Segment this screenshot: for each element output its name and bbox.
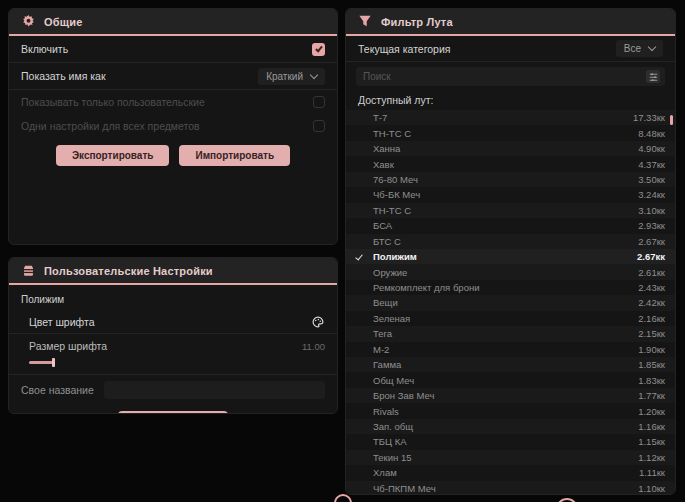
loot-item-name: Оружие xyxy=(373,267,407,278)
delete-button[interactable]: Удалить xyxy=(118,411,227,414)
import-button[interactable]: Импортировать xyxy=(179,145,290,166)
search-input[interactable]: Поиск xyxy=(356,67,665,86)
loot-item-row[interactable]: БТС С2.67кк xyxy=(346,234,675,249)
font-size-slider[interactable] xyxy=(29,358,325,367)
loot-item-name: Зеленая xyxy=(373,313,410,324)
loot-item-value: 2.67кк xyxy=(638,236,665,247)
loot-item-row[interactable]: 76-80 Меч3.50кк xyxy=(346,172,675,187)
loot-item-row[interactable]: Брон Зав Меч1.77кк xyxy=(346,388,675,403)
loot-panel-header: Фильтр Лута xyxy=(346,9,675,36)
font-color-label: Цвет шрифта xyxy=(29,316,95,328)
loot-item-name: Ремкомплект для брони xyxy=(373,282,479,293)
loot-item-row[interactable]: ТН-ТС С3.10кк xyxy=(346,203,675,218)
loot-item-row[interactable]: Оружие2.61кк xyxy=(346,264,675,279)
loot-filter-panel: Фильтр Лута Текущая категория Все Поиск … xyxy=(345,8,676,495)
custom-panel-header: Пользовательские Настройки xyxy=(9,258,337,285)
loot-item-name: ТН-ТС С xyxy=(373,128,411,139)
loot-item-value: 1.20кк xyxy=(638,406,665,417)
loot-item-name: Чб-ПКПМ Меч xyxy=(373,483,436,494)
loot-item-row[interactable]: Хлам1.11кк xyxy=(346,465,675,480)
loot-item-value: 1.16кк xyxy=(638,421,665,432)
only-custom-row: Показывать только пользовательские xyxy=(9,90,337,114)
category-row: Текущая категория Все xyxy=(346,36,675,62)
search-placeholder: Поиск xyxy=(363,71,646,82)
decorative-arc xyxy=(556,498,578,502)
check-icon xyxy=(355,252,363,260)
loot-item-name: Т-7 xyxy=(373,112,387,123)
search-settings-icon[interactable] xyxy=(646,70,660,83)
palette-icon[interactable] xyxy=(311,315,325,329)
loot-item-row[interactable]: Ремкомплект для брони2.43кк xyxy=(346,280,675,295)
same-settings-checkbox[interactable] xyxy=(313,120,325,132)
loot-item-value: 2.42кк xyxy=(638,297,665,308)
loot-panel-title: Фильтр Лута xyxy=(381,16,453,28)
general-panel-header: Общие xyxy=(9,9,337,36)
loot-item-value: 2.67кк xyxy=(637,251,665,262)
loot-item-name: БТС С xyxy=(373,236,401,247)
loot-item-name: 76-80 Меч xyxy=(373,174,418,185)
loot-list: Т-717.33ккТН-ТС С8.48ккХанна4.90ккХавк4.… xyxy=(346,110,675,495)
loot-item-row[interactable]: Зап. общ1.16кк xyxy=(346,419,675,434)
display-name-label: Показать имя как xyxy=(21,70,106,82)
loot-item-value: 2.16кк xyxy=(638,313,665,324)
loot-item-value: 1.85кк xyxy=(638,359,665,370)
loot-item-value: 1.83кк xyxy=(638,375,665,386)
loot-item-value: 4.90кк xyxy=(638,143,665,154)
loot-item-row[interactable]: ТН-ТС С8.48кк xyxy=(346,125,675,140)
scrollbar-thumb[interactable] xyxy=(670,115,673,125)
loot-item-value: 3.50кк xyxy=(638,174,665,185)
loot-item-value: 2.43кк xyxy=(638,282,665,293)
same-settings-row: Одни настройки для всех предметов xyxy=(9,114,337,137)
loot-item-row[interactable]: Тега2.15кк xyxy=(346,326,675,341)
loot-item-value: 1.11кк xyxy=(639,467,665,478)
loot-item-row[interactable]: М-21.90кк xyxy=(346,342,675,357)
custom-settings-panel: Пользовательские Настройки Полижим Цвет … xyxy=(8,257,338,414)
delete-row: Удалить xyxy=(9,411,337,414)
decorative-arc xyxy=(334,494,352,502)
loot-item-row[interactable]: Т-717.33кк xyxy=(346,110,675,125)
loot-item-value: 2.15кк xyxy=(638,328,665,339)
category-value: Все xyxy=(624,43,641,54)
loot-item-row[interactable]: Текин 151.12кк xyxy=(346,450,675,465)
loot-item-row[interactable]: Зеленая2.16кк xyxy=(346,311,675,326)
user-settings-icon xyxy=(21,264,35,278)
only-custom-label: Показывать только пользовательские xyxy=(21,96,205,108)
loot-item-row[interactable]: Вещи2.42кк xyxy=(346,295,675,310)
export-import-row: Экспортировать Импортировать xyxy=(9,145,337,166)
slider-handle[interactable] xyxy=(52,358,55,367)
check-icon xyxy=(315,44,323,52)
export-button[interactable]: Экспортировать xyxy=(56,145,170,166)
loot-item-name: Вещи xyxy=(373,297,398,308)
custom-name-label: Свое название xyxy=(21,384,94,396)
loot-item-row[interactable]: Общ Меч1.83кк xyxy=(346,372,675,387)
loot-item-row[interactable]: БСА2.93кк xyxy=(346,218,675,233)
only-custom-checkbox[interactable] xyxy=(313,96,325,108)
loot-item-value: 17.33кк xyxy=(633,112,665,123)
custom-name-input[interactable] xyxy=(104,381,325,399)
loot-item-name: Полижим xyxy=(373,251,417,262)
loot-item-row[interactable]: ТБЦ КА1.15кк xyxy=(346,434,675,449)
loot-item-row[interactable]: Хавк4.37кк xyxy=(346,156,675,171)
loot-item-row[interactable]: Гамма1.85кк xyxy=(346,357,675,372)
loot-item-row[interactable]: Чб-БК Меч3.24кк xyxy=(346,187,675,202)
loot-item-value: 2.61кк xyxy=(638,267,665,278)
category-label: Текущая категория xyxy=(358,43,451,55)
display-name-value: Краткий xyxy=(266,71,303,82)
display-name-dropdown[interactable]: Краткий xyxy=(258,68,325,85)
loot-item-value: 1.10кк xyxy=(638,483,665,494)
font-size-row: Размер шрифта 11.00 xyxy=(9,334,337,354)
loot-item-value: 8.48кк xyxy=(638,128,665,139)
general-settings-panel: Общие Включить Показать имя как Краткий … xyxy=(8,8,338,245)
category-dropdown[interactable]: Все xyxy=(616,40,663,57)
enable-row: Включить xyxy=(9,36,337,63)
font-size-label: Размер шрифта xyxy=(29,340,107,352)
loot-item-row[interactable]: Полижим2.67кк xyxy=(346,249,675,264)
loot-item-name: БСА xyxy=(373,220,392,231)
loot-item-name: Хавк xyxy=(373,159,394,170)
loot-item-row[interactable]: Чб-ПКПМ Меч1.10кк xyxy=(346,481,675,496)
loot-item-name: М-2 xyxy=(373,344,389,355)
loot-item-name: Rivals xyxy=(373,406,399,417)
loot-item-row[interactable]: Ханна4.90кк xyxy=(346,141,675,156)
loot-item-row[interactable]: Rivals1.20кк xyxy=(346,403,675,418)
enable-checkbox[interactable] xyxy=(312,43,325,56)
